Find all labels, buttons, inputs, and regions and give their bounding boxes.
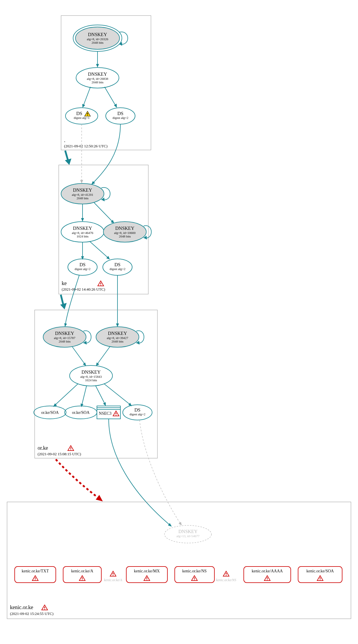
svg-text:alg=13, id=54677: alg=13, id=54677 (177, 534, 200, 538)
root-zsk: DNSKEY alg=8, id=26838 2048 bits (76, 68, 119, 88)
svg-text:DS: DS (115, 262, 120, 267)
svg-text:2048 bits: 2048 bits (59, 340, 71, 343)
zone-root-time: (2021-09-02 12:50:26 UTC) (64, 144, 107, 148)
dnssec-diagram: . (2021-09-02 12:50:26 UTC) DNSKEY alg=8… (0, 0, 358, 644)
root-ds1: DS digest alg=1 (65, 108, 98, 124)
svg-text:1024 bits: 1024 bits (85, 378, 97, 382)
zone-orke-label: or.ke (38, 445, 48, 451)
svg-text:DNSKEY: DNSKEY (82, 370, 101, 375)
kenic-aaaa: kenic.or.ke/AAAA (244, 567, 291, 583)
orke-ksk2: DNSKEY alg=8, id=39427 2048 bits (96, 327, 144, 347)
svg-text:alg=8, id=39427: alg=8, id=39427 (107, 336, 128, 340)
svg-text:digest alg=2: digest alg=2 (75, 267, 90, 271)
svg-text:kenic.or.ke/MX: kenic.or.ke/MX (134, 569, 160, 573)
zone-orke-time: (2021-09-02 15:08:15 UTC) (38, 452, 81, 456)
ke-ds2: DS digest alg=2 (103, 259, 132, 275)
svg-marker-33 (81, 218, 84, 222)
svg-text:2048 bits: 2048 bits (92, 80, 104, 84)
orke-soa1: or.ke/SOA (34, 406, 66, 419)
ke-ksk: DNSKEY alg=8, id=41201 2048 bits (61, 183, 110, 204)
kenic-soa: kenic.or.ke/SOA (298, 567, 342, 583)
zone-ke-label: ke (62, 280, 67, 286)
kenic-txt: kenic.or.ke/TXT (15, 567, 56, 583)
error-icon (68, 446, 74, 451)
svg-text:alg=8, id=26838: alg=8, id=26838 (87, 77, 108, 80)
ke-zsk: DNSKEY alg=8, id=46476 1024 bits (61, 222, 104, 242)
svg-text:kenic.or.ke/AAAA: kenic.or.ke/AAAA (252, 569, 283, 573)
svg-text:2048 bits: 2048 bits (77, 196, 89, 200)
ke-ksk2: DNSKEY alg=8, id=10600 2048 bits (103, 222, 151, 242)
svg-text:alg=8, id=46476: alg=8, id=46476 (72, 231, 93, 235)
ke-ds1: DS digest alg=2 (68, 259, 97, 275)
svg-text:digest alg=1: digest alg=1 (74, 116, 90, 119)
svg-text:DNSKEY: DNSKEY (88, 72, 107, 77)
zone-ke-time: (2021-09-02 14:40:26 UTC) (62, 287, 105, 291)
svg-text:or.ke/SOA: or.ke/SOA (72, 410, 90, 415)
zone-orke: or.ke (2021-09-02 15:08:15 UTC) DNSKEY a… (34, 310, 157, 458)
orke-soa2: or.ke/SOA (65, 406, 97, 419)
orke-zsk: DNSKEY alg=8, id=15843 1024 bits (70, 365, 112, 386)
zone-root: . (2021-09-02 12:50:26 UTC) DNSKEY alg=8… (61, 16, 151, 150)
svg-marker-44 (81, 256, 84, 260)
svg-text:DNSKEY: DNSKEY (179, 529, 198, 534)
svg-text:DS: DS (135, 407, 140, 412)
svg-text:1024 bits: 1024 bits (77, 235, 89, 238)
svg-text:DNSKEY: DNSKEY (115, 226, 135, 231)
kenic-a: kenic.or.ke/A (63, 567, 101, 583)
svg-text:kenic.or.ke/NS: kenic.or.ke/NS (182, 569, 206, 573)
svg-text:DNSKEY: DNSKEY (55, 331, 74, 336)
svg-marker-24 (65, 159, 71, 165)
svg-text:kenic.or.ke/TXT: kenic.or.ke/TXT (22, 569, 49, 573)
svg-text:NSEC3: NSEC3 (99, 411, 112, 416)
svg-text:or.ke/SOA: or.ke/SOA (41, 410, 59, 415)
error-icon (42, 605, 48, 610)
svg-text:2048 bits: 2048 bits (92, 41, 104, 44)
svg-marker-17 (114, 104, 117, 108)
svg-text:DNSKEY: DNSKEY (88, 32, 107, 37)
kenic-dnskey: DNSKEY alg=13, id=54677 (164, 525, 211, 543)
svg-text:alg=8, id=10600: alg=8, id=10600 (114, 231, 136, 235)
svg-marker-88 (179, 522, 182, 525)
svg-text:digest alg=2: digest alg=2 (130, 412, 145, 416)
svg-rect-81 (97, 408, 120, 409)
root-ksk: DNSKEY alg=8, id=20326 2048 bits (73, 25, 128, 51)
zone-ke: ke (2021-09-02 14:40:26 UTC) DNSKEY alg=… (59, 165, 151, 294)
kenic-mx: kenic.or.ke/MX (126, 567, 167, 583)
svg-marker-25 (80, 180, 83, 183)
orke-ds: DS digest alg=2 (123, 405, 152, 420)
svg-text:alg=8, id=15787: alg=8, id=15787 (54, 336, 75, 340)
svg-marker-86 (96, 495, 103, 501)
error-icon (223, 571, 229, 576)
warning-icon (85, 111, 90, 116)
orke-nsec3: NSEC3 (97, 406, 120, 419)
error-icon (110, 571, 116, 576)
svg-rect-89 (7, 502, 351, 619)
kenic-ns: kenic.or.ke/NS (175, 567, 214, 583)
svg-text:2048 bits: 2048 bits (112, 340, 124, 343)
svg-text:DS: DS (76, 111, 82, 116)
zone-kenic-time: (2021-09-02 15:24:55 UTC) (10, 611, 53, 616)
svg-text:DNSKEY: DNSKEY (73, 188, 92, 193)
svg-text:digest alg=2: digest alg=2 (110, 267, 125, 271)
error-icon (98, 281, 104, 286)
svg-text:digest alg=2: digest alg=2 (112, 116, 128, 119)
svg-text:kenic.or.ke/A: kenic.or.ke/A (71, 569, 93, 573)
zone-root-label: . (64, 137, 65, 143)
svg-text:2048 bits: 2048 bits (119, 235, 131, 238)
svg-text:alg=8, id=15843: alg=8, id=15843 (80, 375, 102, 378)
zone-kenic: kenic.or.ke (2021-09-02 15:24:55 UTC) DN… (7, 502, 351, 619)
zone-kenic-label: kenic.or.ke (10, 604, 33, 610)
ghost-ns: kenic.or.ke/NS (216, 578, 236, 582)
svg-text:alg=8, id=41201: alg=8, id=41201 (72, 193, 93, 196)
svg-text:alg=8, id=20326: alg=8, id=20326 (87, 37, 108, 41)
root-ds2: DS digest alg=2 (106, 108, 135, 124)
svg-marker-73 (80, 404, 83, 407)
svg-marker-52 (60, 303, 67, 309)
svg-text:DNSKEY: DNSKEY (73, 226, 92, 231)
svg-marker-11 (96, 64, 99, 68)
ghost-a: kenic.or.ke/A (104, 578, 122, 582)
svg-text:DS: DS (117, 111, 123, 116)
svg-text:DNSKEY: DNSKEY (108, 331, 127, 336)
orke-ksk1: DNSKEY alg=8, id=15787 2048 bits (43, 327, 91, 347)
svg-text:kenic.or.ke/SOA: kenic.or.ke/SOA (306, 569, 334, 573)
